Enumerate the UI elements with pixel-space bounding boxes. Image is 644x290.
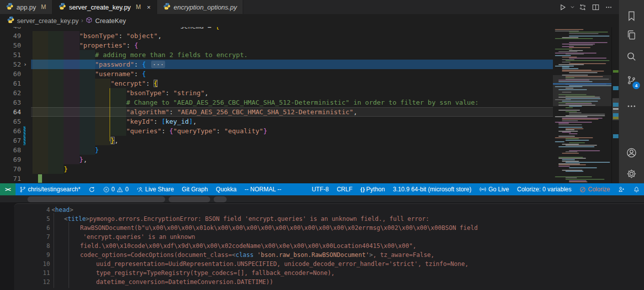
tab-app-py[interactable]: app.pyM	[0, 0, 53, 14]
files-icon	[625, 29, 637, 41]
bell-icon	[633, 186, 640, 193]
bgwin-line-10[interactable]: 10uuid_representation=UuidRepresentation…	[14, 259, 644, 268]
code-line-69[interactable]: 69},	[0, 155, 553, 164]
indent-rainbow-band	[48, 79, 64, 88]
code-line-60[interactable]: 60"username": {	[0, 69, 553, 79]
gear-icon	[625, 168, 637, 180]
code-editor[interactable]: 48schema = {49"bsonType": "object",50"pr…	[0, 27, 553, 183]
minimap[interactable]	[553, 27, 611, 183]
bgwin-line-4[interactable]: 4<head>	[14, 205, 644, 214]
activitybar-settings[interactable]	[619, 164, 644, 184]
activitybar-account[interactable]	[619, 143, 644, 163]
status-bar: ><chris/testingsearch*00Live ShareGit Gr…	[0, 183, 644, 195]
minimap-slider[interactable]	[553, 75, 611, 106]
more-actions-button-icon[interactable]	[603, 2, 614, 13]
line-number: 48	[0, 27, 21, 31]
statusbar-colorize-variables[interactable]: Colorize: 0 variables	[513, 183, 575, 195]
code-line-65[interactable]: 65"keyId": [key_id],	[0, 117, 553, 126]
breadcrumb[interactable]: server_create_key.py › CreateKey	[0, 14, 619, 27]
statusbar-encoding[interactable]: UTF-8	[308, 183, 333, 195]
indent-rainbow-band	[95, 136, 111, 145]
code-line-63[interactable]: 63# Change to "AEAD_AES_256_CBC_HMAC_SHA…	[0, 98, 553, 107]
code-line-61[interactable]: 61"encrypt": {	[0, 79, 553, 88]
bgwin-line-9[interactable]: 9codec_options=CodecOptions(document_cla…	[14, 250, 644, 259]
activity-bar: 4	[619, 0, 644, 183]
statusbar-problems[interactable]: 00	[99, 183, 133, 195]
bgwin-line-11[interactable]: 11type_registry=TypeRegistry(type_codecs…	[14, 268, 644, 277]
split-editor-button-icon[interactable]	[590, 2, 601, 13]
indent-rainbow-band	[48, 126, 64, 136]
indent-rainbow-band	[64, 50, 79, 60]
breadcrumb-symbol[interactable]: CreateKey	[95, 17, 126, 25]
code-line-66[interactable]: 66"queries": {"queryType": "equality"}	[0, 126, 553, 136]
code-line-52[interactable]: 52›"password": { ···	[0, 60, 553, 69]
fold-chevron-icon[interactable]: ›	[24, 60, 27, 69]
indent-rainbow-band	[64, 69, 79, 79]
minimap-line	[569, 47, 590, 48]
line-number: 4	[14, 205, 50, 214]
line-number: 66	[0, 126, 21, 136]
tab-encryption_options-py[interactable]: encryption_options.py	[157, 0, 243, 14]
statusbar-feedback[interactable]	[614, 183, 629, 195]
minimap-line	[569, 32, 608, 33]
code-text: <head>	[52, 205, 73, 214]
code-line-70[interactable]: 70}	[0, 164, 553, 174]
indent-rainbow-band	[48, 155, 64, 164]
statusbar-remote-indicator[interactable]: ><	[0, 183, 16, 195]
statusbar-vim-mode[interactable]: -- NORMAL --	[241, 183, 286, 195]
activitybar-bookmarks[interactable]	[619, 6, 644, 26]
indent-rainbow-band	[64, 79, 79, 88]
run-button-icon[interactable]	[557, 2, 568, 13]
statusbar-python-interpreter[interactable]: 3.10.9 64-bit (microsoft store)	[389, 183, 475, 195]
activitybar-search[interactable]	[619, 47, 644, 67]
background-window-editor[interactable]: 4<head>5<title>pymongo.errors.Encryption…	[14, 203, 644, 290]
account-icon	[625, 147, 637, 159]
liveshare-icon	[137, 186, 143, 193]
close-icon[interactable]: ×	[147, 4, 151, 11]
statusbar-eol[interactable]: CRLF	[333, 183, 356, 195]
code-line-51[interactable]: 51# adding more than 2 fields to encrypt…	[0, 50, 553, 60]
activitybar-source-control[interactable]: 4	[619, 70, 644, 90]
bgwin-line-6[interactable]: 6RawBSONDocument(b"u\x00\x00\x00\x01ok\x…	[14, 223, 644, 232]
statusbar-quokka[interactable]: Quokka	[212, 183, 240, 195]
code-line-68[interactable]: 68}	[0, 145, 553, 155]
scrollbar[interactable]	[611, 27, 619, 183]
code-line-49[interactable]: 49"bsonType": "object",	[0, 31, 553, 41]
code-line-64[interactable]: 64"algorithm": "AEAD_AES_256_CBC_HMAC_SH…	[0, 107, 553, 117]
statusbar-live-share[interactable]: Live Share	[133, 183, 178, 195]
minimap-line	[558, 64, 584, 65]
statusbar-language-mode[interactable]: { }Python	[356, 183, 389, 195]
bgwin-line-5[interactable]: 5<title>pymongo.errors.EncryptionError: …	[14, 214, 644, 223]
indent-rainbow-band	[64, 145, 79, 155]
code-line-71[interactable]: 71	[0, 174, 553, 183]
indent-rainbow-band	[80, 126, 95, 136]
statusbar-sync-button[interactable]	[85, 183, 99, 195]
statusbar-git-branch[interactable]: chris/testingsearch*	[16, 183, 85, 195]
background-window-tab	[169, 196, 210, 202]
code-text: field.\x00\x10code\x00\xdf\x9d\x00\x00\x…	[80, 241, 416, 250]
code-line-62[interactable]: 62"bsonType": "string",	[0, 88, 553, 98]
code-line-67[interactable]: 67},	[0, 136, 553, 145]
statusbar-notifications[interactable]	[629, 183, 644, 195]
code-text: "algorithm": "AEAD_AES_256_CBC_HMAC_SHA_…	[126, 107, 357, 117]
statusbar-git-graph[interactable]: Git Graph	[178, 183, 212, 195]
run-dropdown-icon[interactable]	[570, 2, 575, 13]
statusbar-colorize-toggle[interactable]: Colorize	[575, 183, 614, 195]
activitybar-more-views[interactable]	[619, 96, 644, 116]
indent-rainbow-band	[33, 60, 48, 69]
code-line-50[interactable]: 50"properties": {	[0, 41, 553, 50]
indent-rainbow-band	[64, 136, 79, 145]
tab-server_create_key-py[interactable]: server_create_key.pyM×	[53, 0, 157, 14]
bgwin-line-12[interactable]: 12datetime_conversion=DatetimeConversion…	[14, 277, 644, 286]
compare-changes-button-icon[interactable]	[577, 2, 588, 13]
statusbar-go-live[interactable]: Go Live	[475, 183, 513, 195]
code-line-48[interactable]: 48schema = {	[0, 27, 553, 31]
indent-rainbow-band	[48, 60, 64, 69]
indent-rainbow-band	[64, 107, 79, 117]
activitybar-explorer[interactable]	[619, 25, 644, 45]
indent-rainbow-band	[64, 155, 79, 164]
indent-rainbow-band	[64, 41, 79, 50]
bgwin-line-7[interactable]: 7'encrypt.queries' is an unknown	[14, 232, 644, 241]
breadcrumb-file[interactable]: server_create_key.py	[17, 17, 79, 25]
bgwin-line-8[interactable]: 8field.\x00\x10code\x00\xdf\x9d\x00\x00\…	[14, 241, 644, 250]
